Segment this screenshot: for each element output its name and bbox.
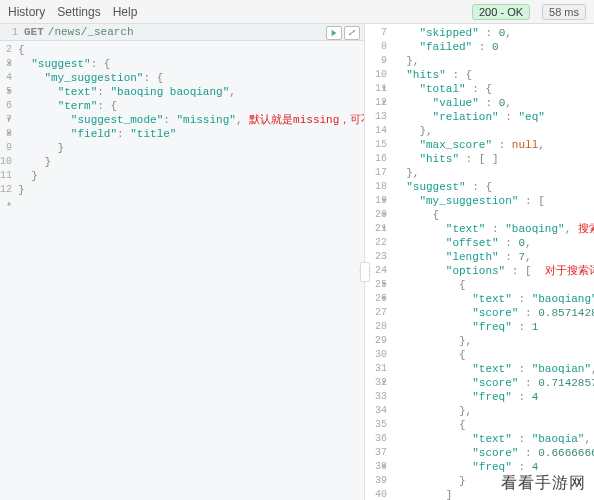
code-line: "options" : [ 对于搜索词的建议词 (393, 264, 594, 278)
line-number: 15 (365, 138, 393, 152)
code-line: } (18, 183, 364, 197)
code-line: "suggest" : { (393, 180, 594, 194)
line-number: 40 (365, 488, 393, 500)
code-line: "suggest": { (18, 57, 364, 71)
request-editor[interactable]: 2 ▾3 4 ▾5 6 ▾7 ▾8 9 10 11 12 ▴ { "sugges… (0, 41, 364, 500)
line-number: 27 (365, 306, 393, 320)
code-line: { (393, 208, 594, 222)
line-number: 33 (365, 390, 393, 404)
line-number: 37 ▾ (365, 446, 393, 460)
code-line: "score" : 0.6666666, (393, 446, 594, 460)
line-gutter: 2 ▾3 4 ▾5 6 ▾7 ▾8 9 10 11 12 ▴ (0, 41, 18, 500)
code-line: "total" : { (393, 82, 594, 96)
menu-help[interactable]: Help (113, 5, 138, 19)
line-number: 21 (365, 222, 393, 236)
split-drag-handle[interactable]: ⋮⋮ (360, 262, 370, 282)
code-line: "score" : 0.85714287, (393, 306, 594, 320)
line-number: 11 (0, 169, 18, 183)
status-badge: 200 - OK (472, 4, 530, 20)
line-number: 39 (365, 474, 393, 488)
code-line: "skipped" : 0, (393, 26, 594, 40)
menu-settings[interactable]: Settings (57, 5, 100, 19)
line-number: 36 (365, 432, 393, 446)
options-button[interactable] (344, 26, 360, 40)
code-line: }, (393, 166, 594, 180)
line-number: 9 (0, 141, 18, 155)
code-line: } (18, 155, 364, 169)
code-line: } (18, 141, 364, 155)
code-line: "text" : "baoqiang", (393, 292, 594, 306)
code-line: "hits" : [ ] (393, 152, 594, 166)
code-line: "suggest_mode": "missing", 默认就是missing，可… (18, 113, 364, 127)
line-number: 2 ▾ (0, 43, 18, 57)
line-number: 12 (365, 96, 393, 110)
line-number: 17 (365, 166, 393, 180)
line-number: 13 (365, 110, 393, 124)
code-line: }, (393, 404, 594, 418)
code-line: "value" : 0, (393, 96, 594, 110)
code-line: "my_suggestion" : [ (393, 194, 594, 208)
line-number: 30 (365, 348, 393, 362)
code-line: "score" : 0.71428573, (393, 376, 594, 390)
line-number: 18 ▾ (365, 180, 393, 194)
line-number: 26 (365, 292, 393, 306)
code-line: }, (393, 124, 594, 138)
code-line: "offset" : 0, (393, 236, 594, 250)
response-code[interactable]: "skipped" : 0, "failed" : 0 }, "hits" : … (393, 24, 594, 500)
request-pane: 1 GET /news/_search 2 ▾3 4 ▾5 6 ▾7 ▾8 9 … (0, 24, 365, 500)
code-line: "text" : "baoqing", 搜索的文本 (393, 222, 594, 236)
code-line: } (18, 169, 364, 183)
menu-history[interactable]: History (8, 5, 45, 19)
code-line: "my_suggestion": { (18, 71, 364, 85)
run-button[interactable] (326, 26, 342, 40)
http-method: GET (24, 26, 44, 38)
request-line[interactable]: 1 GET /news/_search (0, 24, 364, 41)
line-number: 29 (365, 334, 393, 348)
line-number: 20 ▾ (365, 208, 393, 222)
line-number: 32 (365, 376, 393, 390)
line-number: 9 (365, 54, 393, 68)
code-line: } (393, 474, 594, 488)
code-line: "freq" : 4 (393, 460, 594, 474)
line-number: 8 (365, 40, 393, 54)
line-number: 38 (365, 460, 393, 474)
line-number: 10 (0, 155, 18, 169)
line-number: 22 (365, 236, 393, 250)
main-split: 1 GET /news/_search 2 ▾3 4 ▾5 6 ▾7 ▾8 9 … (0, 24, 594, 500)
line-number: 16 (365, 152, 393, 166)
line-number: 3 (0, 57, 18, 71)
line-number: 10 ▾ (365, 68, 393, 82)
code-line: "field": "title" (18, 127, 364, 141)
code-line: "relation" : "eq" (393, 110, 594, 124)
code-line: { (18, 43, 364, 57)
top-menu-bar: History Settings Help 200 - OK 58 ms (0, 0, 594, 24)
code-line: { (393, 278, 594, 292)
line-number: 4 ▾ (0, 71, 18, 85)
code-line: "freq" : 4 (393, 390, 594, 404)
line-number: 19 ▾ (365, 194, 393, 208)
timing-badge: 58 ms (542, 4, 586, 20)
line-number: 35 (365, 418, 393, 432)
code-line: { (393, 348, 594, 362)
code-line: }, (393, 54, 594, 68)
line-number: 8 (0, 127, 18, 141)
code-line: "max_score" : null, (393, 138, 594, 152)
line-number: 34 (365, 404, 393, 418)
code-line: { (393, 418, 594, 432)
code-line: "text" : "baoqia", (393, 432, 594, 446)
code-line: "failed" : 0 (393, 40, 594, 54)
line-number: 5 (0, 85, 18, 99)
request-code[interactable]: { "suggest": { "my_suggestion": { "text"… (18, 41, 364, 500)
line-number: 7 (365, 26, 393, 40)
line-number: 11 ▾ (365, 82, 393, 96)
line-number: 1 (0, 27, 24, 38)
line-number: 12 ▴ (0, 183, 18, 197)
code-line: "text" : "baoqian", (393, 362, 594, 376)
code-line: "length" : 7, (393, 250, 594, 264)
line-number: 31 ▾ (365, 362, 393, 376)
code-line: "freq" : 1 (393, 320, 594, 334)
line-number: 6 ▾ (0, 99, 18, 113)
line-number: 7 ▾ (0, 113, 18, 127)
line-number: 14 (365, 124, 393, 138)
request-path: /news/_search (48, 26, 134, 38)
